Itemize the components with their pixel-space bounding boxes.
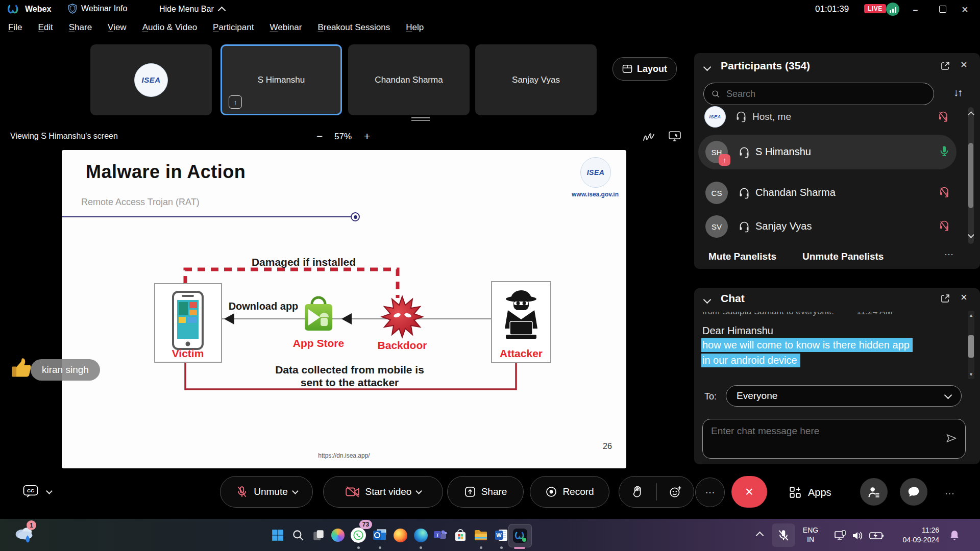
apps-label: Apps: [808, 487, 831, 498]
layout-grid-icon: [622, 64, 632, 73]
strip-drag-handle[interactable]: [411, 117, 430, 121]
tray-mic-muted-icon[interactable]: [772, 523, 795, 547]
scroll-down-icon[interactable]: ▼: [969, 372, 973, 377]
video-tile-s-himanshu[interactable]: S Himanshu ↑: [220, 44, 342, 115]
collapse-participants-icon[interactable]: [703, 63, 712, 71]
raise-hand-icon[interactable]: [619, 485, 656, 498]
menu-view[interactable]: View: [108, 22, 127, 33]
tray-notifications-bell-icon[interactable]: [948, 529, 961, 541]
taskbar-start-button[interactable]: [268, 525, 287, 545]
mic-muted-icon[interactable]: [938, 219, 950, 232]
chat-message-input[interactable]: [710, 424, 932, 455]
apps-button[interactable]: Apps: [789, 486, 831, 499]
video-tile-sanjay-vyas[interactable]: Sanjay Vyas: [475, 44, 597, 115]
popout-panel-icon[interactable]: [940, 61, 950, 71]
app-brand: Webex: [7, 3, 51, 15]
taskbar-task-view-icon[interactable]: [309, 525, 328, 545]
panel-more-button[interactable]: ···: [945, 488, 954, 499]
start-video-button[interactable]: Start video: [323, 476, 443, 508]
tray-clock[interactable]: 11:26 04-09-2024: [887, 525, 939, 545]
participant-row-selected[interactable]: [698, 135, 957, 169]
menu-webinar[interactable]: Webinar: [270, 22, 302, 33]
hide-menu-bar-button[interactable]: Hide Menu Bar: [159, 5, 225, 14]
participants-toggle-button[interactable]: [860, 478, 888, 506]
taskbar-store-icon[interactable]: [451, 525, 470, 545]
leave-meeting-button[interactable]: ×: [731, 476, 767, 508]
menu-share[interactable]: Share: [69, 22, 92, 33]
shield-icon: [68, 4, 77, 14]
minimize-button[interactable]: −: [913, 5, 918, 16]
menu-help[interactable]: Help: [406, 22, 424, 33]
taskbar-edge-icon[interactable]: [411, 525, 430, 545]
taskbar-copilot-icon[interactable]: [328, 525, 348, 545]
sharing-badge-icon: ↑: [719, 154, 730, 166]
video-tile-chandan-sharma[interactable]: Chandan Sharma: [348, 44, 470, 115]
unmute-button[interactable]: Unmute: [220, 476, 313, 508]
tray-language-switcher[interactable]: ENG IN: [798, 525, 823, 544]
reactions-emoji-icon[interactable]: [657, 485, 694, 498]
scrollbar-thumb[interactable]: [968, 335, 974, 358]
svg-text:CC: CC: [27, 488, 34, 493]
chat-toggle-button[interactable]: [900, 478, 927, 506]
mic-active-icon[interactable]: [938, 145, 950, 157]
more-options-button[interactable]: ···: [695, 478, 725, 507]
record-icon: [545, 486, 557, 498]
active-app-indicator: [514, 547, 525, 549]
close-chat-icon[interactable]: ×: [961, 291, 967, 304]
zoom-in-button[interactable]: +: [364, 130, 370, 142]
menu-audio-video[interactable]: Audio & Video: [142, 22, 197, 33]
annotate-icon[interactable]: [642, 131, 657, 143]
participants-search-input[interactable]: [725, 88, 926, 100]
rat-diagram: Damaged if installed Download app Victim…: [154, 252, 552, 405]
menu-participant[interactable]: Participant: [213, 22, 254, 33]
tray-volume-icon[interactable]: [851, 530, 865, 542]
webinar-info-button[interactable]: Webinar Info: [68, 4, 127, 14]
maximize-button[interactable]: [939, 6, 946, 13]
menu-file[interactable]: File: [8, 22, 22, 33]
close-participants-icon[interactable]: ×: [961, 58, 967, 71]
record-button[interactable]: Record: [530, 476, 609, 508]
taskbar-outlook-icon[interactable]: [370, 525, 389, 545]
send-message-icon[interactable]: [945, 432, 958, 445]
connection-quality-icon[interactable]: [886, 3, 899, 16]
captions-button[interactable]: CC: [22, 484, 52, 499]
tray-battery-icon[interactable]: [869, 531, 884, 541]
remote-screen-icon[interactable]: [668, 130, 682, 143]
participants-title: Participants (354): [721, 60, 810, 72]
taskbar-teams-icon[interactable]: T: [430, 525, 450, 545]
live-badge: LIVE: [864, 4, 886, 13]
unmute-panelists-button[interactable]: Unmute Panelists: [802, 251, 884, 262]
mic-muted-icon[interactable]: [937, 110, 949, 122]
video-tile-host[interactable]: ISEA: [90, 44, 212, 115]
participants-more-button[interactable]: ···: [944, 249, 953, 260]
record-label: Record: [562, 486, 594, 497]
chat-to-label: To:: [704, 391, 717, 402]
zoom-out-button[interactable]: −: [316, 130, 323, 142]
menu-breakout-sessions[interactable]: Breakout Sessions: [317, 22, 390, 33]
shared-screen-slide: Malware in Action Remote Access Trojan (…: [62, 150, 626, 468]
running-indicator: [420, 546, 422, 549]
taskbar-firefox-icon[interactable]: [390, 525, 410, 545]
share-label: Share: [481, 486, 507, 497]
app-title: Webex: [25, 5, 51, 14]
search-icon: [711, 89, 720, 98]
slide-divider-bullet: [351, 212, 360, 221]
menu-edit[interactable]: Edit: [38, 22, 53, 33]
taskbar-webex-icon-active[interactable]: [508, 524, 532, 547]
collapse-chat-icon[interactable]: [703, 296, 712, 304]
sort-participants-icon[interactable]: ↓↑: [953, 87, 962, 98]
mute-panelists-button[interactable]: Mute Panelists: [708, 251, 776, 262]
taskbar-search-icon[interactable]: [288, 525, 308, 545]
mic-muted-icon[interactable]: [938, 186, 950, 198]
popout-panel-icon[interactable]: [940, 293, 950, 304]
taskbar-explorer-icon[interactable]: [471, 525, 491, 545]
scrollbar-thumb[interactable]: [968, 143, 973, 208]
tray-date: 04-09-2024: [887, 535, 939, 545]
chat-title: Chat: [721, 292, 745, 305]
layout-button[interactable]: Layout: [612, 57, 677, 81]
scroll-up-icon[interactable]: ▲: [969, 313, 973, 318]
share-button[interactable]: Share: [447, 476, 524, 508]
tray-display-icon[interactable]: [834, 530, 847, 542]
close-window-button[interactable]: ×: [962, 3, 968, 16]
chat-recipient-select[interactable]: Everyone: [726, 385, 962, 407]
